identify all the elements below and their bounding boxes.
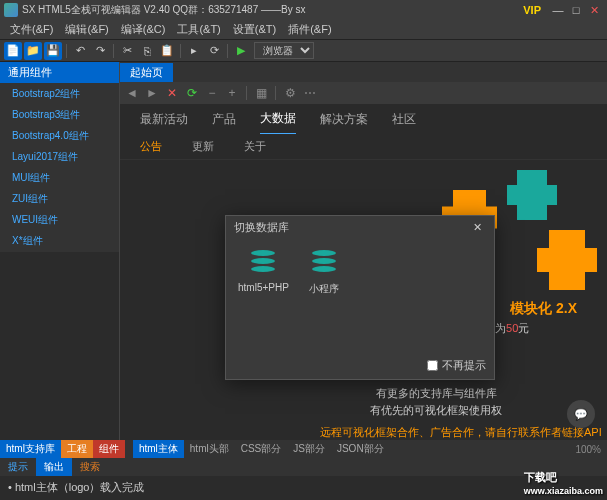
- paste-icon[interactable]: 📋: [158, 42, 176, 60]
- sidebar-item-bs3[interactable]: Bootstrap3组件: [0, 105, 119, 126]
- dev-icon[interactable]: ⚙: [282, 85, 298, 101]
- dialog-close-button[interactable]: ✕: [468, 218, 486, 236]
- no-hint-checkbox[interactable]: [427, 360, 438, 371]
- nav-news[interactable]: 最新活动: [140, 105, 188, 134]
- page-nav: 最新活动 产品 大数据 解决方案 社区: [120, 104, 607, 134]
- switch-db-dialog: 切换数据库 ✕ html5+PHP 小程序 不再提示: [225, 215, 495, 380]
- db-option-miniprogram[interactable]: 小程序: [309, 250, 339, 296]
- chat-button[interactable]: 💬: [567, 400, 595, 428]
- btab-project[interactable]: 工程: [61, 440, 93, 458]
- pointer-icon[interactable]: ▸: [185, 42, 203, 60]
- window-title: SX HTML5全栈可视编辑器 V2.40 QQ群：635271487 ——By…: [22, 3, 523, 17]
- canvas-area: 模块化 2.X 赞助作者吧。 赞助费用最低为50元 的新版本使用权 操作） 有更…: [120, 160, 607, 440]
- run-icon[interactable]: ▶: [232, 42, 250, 60]
- btab-htmlhead[interactable]: html头部: [184, 440, 235, 458]
- database-icon: [312, 250, 336, 278]
- browser-select[interactable]: 浏览器: [254, 42, 314, 59]
- log-panel: • html主体（logo）载入完成: [0, 476, 607, 500]
- toolbar: 📄 📁 💾 ↶ ↷ ✂ ⎘ 📋 ▸ ⟳ ▶ 浏览器: [0, 40, 607, 62]
- nav-bigdata[interactable]: 大数据: [260, 104, 296, 135]
- forward-icon[interactable]: ►: [144, 85, 160, 101]
- module-title: 模块化 2.X: [510, 300, 577, 318]
- sidebar-item-mui[interactable]: MUI组件: [0, 168, 119, 189]
- btab-htmlbody[interactable]: html主体: [133, 440, 184, 458]
- dialog-title: 切换数据库 ✕: [226, 216, 494, 238]
- no-hint-label: 不再提示: [442, 358, 486, 373]
- vip-badge: VIP: [523, 4, 541, 16]
- btab-htmllib[interactable]: html支持库: [0, 440, 61, 458]
- contact-text: 远程可视化框架合作、广告合作，请自行联系作者链接API: [320, 425, 602, 440]
- menu-edit[interactable]: 编辑(&F): [59, 20, 114, 39]
- nav-community[interactable]: 社区: [392, 105, 416, 134]
- maximize-button[interactable]: □: [567, 2, 585, 18]
- open-icon[interactable]: 📁: [24, 42, 42, 60]
- log-line: • html主体（logo）载入完成: [8, 480, 599, 495]
- save-icon[interactable]: 💾: [44, 42, 62, 60]
- database-icon: [251, 250, 275, 278]
- logtab-search[interactable]: 搜索: [72, 458, 108, 476]
- titlebar: SX HTML5全栈可视编辑器 V2.40 QQ群：635271487 ——By…: [0, 0, 607, 20]
- subnav-about[interactable]: 关于: [244, 139, 266, 154]
- sub-nav: 公告 更新 关于: [120, 134, 607, 160]
- redo-icon[interactable]: ↷: [91, 42, 109, 60]
- btab-json[interactable]: JSON部分: [331, 440, 390, 458]
- close-button[interactable]: ✕: [585, 2, 603, 18]
- stop-icon[interactable]: ✕: [164, 85, 180, 101]
- btab-js[interactable]: JS部分: [287, 440, 331, 458]
- sidebar-item-zui[interactable]: ZUI组件: [0, 189, 119, 210]
- sidebar-item-weui[interactable]: WEUI组件: [0, 210, 119, 231]
- menu-plugins[interactable]: 插件(&F): [282, 20, 337, 39]
- minus-icon[interactable]: −: [204, 85, 220, 101]
- menu-file[interactable]: 文件(&F): [4, 20, 59, 39]
- minimize-button[interactable]: —: [549, 2, 567, 18]
- plus-icon[interactable]: +: [224, 85, 240, 101]
- new-icon[interactable]: 📄: [4, 42, 22, 60]
- sidebar-item-bs2[interactable]: Bootstrap2组件: [0, 84, 119, 105]
- sidebar-item-bs4[interactable]: Bootstrap4.0组件: [0, 126, 119, 147]
- btab-css[interactable]: CSS部分: [235, 440, 288, 458]
- db-option-html5php[interactable]: html5+PHP: [238, 250, 289, 296]
- bottom-tabs: html支持库 工程 组件 html主体 html头部 CSS部分 JS部分 J…: [0, 440, 607, 458]
- logtab-output[interactable]: 输出: [36, 458, 72, 476]
- subnav-notice[interactable]: 公告: [140, 139, 162, 154]
- content-toolbar: ◄ ► ✕ ⟳ − + ▦ ⚙ ⋯: [120, 82, 607, 104]
- tab-start[interactable]: 起始页: [120, 63, 173, 82]
- nav-solution[interactable]: 解决方案: [320, 105, 368, 134]
- sidebar-item-common[interactable]: 通用组件: [0, 62, 119, 84]
- content-area: 起始页 ◄ ► ✕ ⟳ − + ▦ ⚙ ⋯ 最新活动 产品 大数据 解决方案 社…: [120, 62, 607, 440]
- refresh-icon[interactable]: ⟳: [205, 42, 223, 60]
- undo-icon[interactable]: ↶: [71, 42, 89, 60]
- cut-icon[interactable]: ✂: [118, 42, 136, 60]
- btab-component[interactable]: 组件: [93, 440, 125, 458]
- grid-icon[interactable]: ▦: [253, 85, 269, 101]
- app-icon: [4, 3, 18, 17]
- menu-settings[interactable]: 设置(&T): [227, 20, 282, 39]
- feature-text: 有更多的支持库与组件库 有优先的可视化框架使用权: [370, 385, 502, 418]
- logtab-hint[interactable]: 提示: [0, 458, 36, 476]
- tabbar: 起始页: [120, 62, 607, 82]
- back-icon[interactable]: ◄: [124, 85, 140, 101]
- log-tabs: 提示 输出 搜索: [0, 458, 607, 476]
- zoom-level: 100%: [569, 444, 607, 455]
- sidebar: 通用组件 Bootstrap2组件 Bootstrap3组件 Bootstrap…: [0, 62, 120, 440]
- reload-icon[interactable]: ⟳: [184, 85, 200, 101]
- subnav-update[interactable]: 更新: [192, 139, 214, 154]
- copy-icon[interactable]: ⎘: [138, 42, 156, 60]
- menu-tools[interactable]: 工具(&T): [171, 20, 226, 39]
- menubar: 文件(&F) 编辑(&F) 编译(&C) 工具(&T) 设置(&T) 插件(&F…: [0, 20, 607, 40]
- more-icon[interactable]: ⋯: [302, 85, 318, 101]
- puzzle-icon: [507, 170, 557, 220]
- puzzle-icon: [537, 230, 597, 290]
- menu-compile[interactable]: 编译(&C): [115, 20, 172, 39]
- nav-product[interactable]: 产品: [212, 105, 236, 134]
- sidebar-item-x[interactable]: X*组件: [0, 231, 119, 252]
- sidebar-item-layui[interactable]: Layui2017组件: [0, 147, 119, 168]
